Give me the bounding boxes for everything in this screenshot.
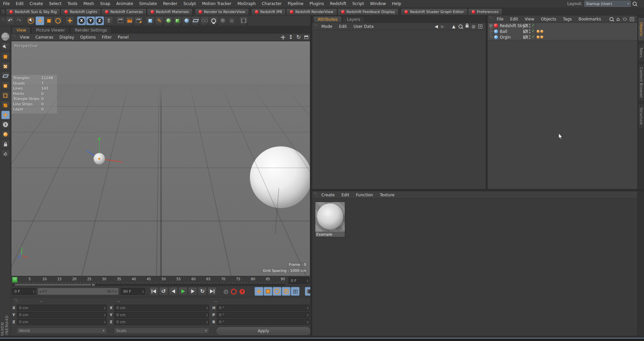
viewport-menu-panel[interactable]: Panel <box>115 35 131 40</box>
floor-object-button[interactable] <box>191 16 200 25</box>
edges-mode-button[interactable] <box>1 91 10 100</box>
drag-grip-icon[interactable] <box>1 18 5 22</box>
spinner-icon[interactable]: ▴▾ <box>33 290 34 293</box>
visibility-dots-icon[interactable] <box>529 35 530 37</box>
object-manager-menu-view[interactable]: View <box>521 17 537 21</box>
menu-redshift[interactable]: Redshift <box>327 1 350 6</box>
timeline-scroll-handle[interactable] <box>15 284 91 286</box>
spinner-icon[interactable]: ▴▾ <box>104 313 105 316</box>
viewport-menu-view[interactable]: View <box>17 35 32 40</box>
autokey-help-button[interactable]: ? <box>239 289 245 294</box>
menu-window[interactable]: Window <box>367 1 389 6</box>
search-icon[interactable] <box>609 17 613 21</box>
menu-pipeline[interactable]: Pipeline <box>285 1 307 6</box>
drag-grip-icon[interactable] <box>14 299 18 303</box>
object-manager-menu-tags[interactable]: Tags <box>559 17 575 21</box>
scale-tool-button[interactable] <box>45 16 53 25</box>
menu-simulate[interactable]: Simulate <box>136 1 160 6</box>
material-menu-texture[interactable]: Texture <box>376 193 398 197</box>
history-forward-icon[interactable]: ▶ <box>441 24 444 29</box>
spinner-icon[interactable]: ▴▾ <box>307 306 308 309</box>
menu-mograph[interactable]: MoGraph <box>234 1 259 6</box>
search-icon[interactable] <box>459 25 463 29</box>
visibility-override-icon[interactable] <box>523 35 528 39</box>
redo-button[interactable]: ↷ <box>15 16 23 25</box>
camera-object-button[interactable] <box>200 16 209 25</box>
texture-mode-button[interactable] <box>1 62 10 70</box>
tab-attributes[interactable]: Attributes <box>313 16 342 22</box>
spinner-icon[interactable]: ▴▾ <box>207 313 208 316</box>
current-frame-field[interactable]: 0 F ▴▾ <box>288 277 309 284</box>
previous-frame-button[interactable] <box>169 287 178 296</box>
spinner-icon[interactable]: ▴▾ <box>307 320 308 324</box>
tab-view[interactable]: View <box>12 27 31 33</box>
size-mode-dropdown[interactable]: Scale ▾ <box>114 328 209 334</box>
navigation-globe-button[interactable] <box>1 32 10 41</box>
deformer-button[interactable] <box>182 16 191 25</box>
attribute-menu-mode[interactable]: Mode <box>318 24 336 29</box>
redshift-tab-redshift-feedback-display[interactable]: Redshift Feedback Display <box>337 8 399 15</box>
primitive-cube-button[interactable] <box>146 16 155 25</box>
large-sphere-object[interactable] <box>250 146 310 208</box>
side-tab-structure[interactable]: Structure <box>638 103 644 129</box>
size-field-z[interactable]: 0 cm▴▾ <box>114 319 209 325</box>
move-tool-button[interactable] <box>36 16 44 25</box>
subdivision-surface-button[interactable] <box>164 16 173 25</box>
enable-snap-button[interactable]: S <box>1 120 10 129</box>
redshift-tab-redshift-materials[interactable]: Redshift Materials <box>147 8 193 15</box>
timeline-ruler[interactable]: 051015202530354045505560657075808590 0 F… <box>11 276 310 286</box>
material-tag-icon[interactable] <box>540 36 543 39</box>
timeline-scroll-grip[interactable] <box>92 284 95 286</box>
playback-end-field[interactable]: 90 F ▴▾ <box>121 288 145 295</box>
render-view-button[interactable] <box>116 16 125 25</box>
expand-icon[interactable]: + <box>489 24 492 27</box>
object-manager-empty[interactable] <box>488 40 637 189</box>
coordinate-system-button[interactable]: ⇧ <box>104 16 113 25</box>
menu-file[interactable]: File <box>0 1 13 6</box>
drag-grip-icon[interactable] <box>489 16 492 21</box>
redshift-tab-redshift-lights[interactable]: Redshift Lights <box>61 8 101 15</box>
material-menu-edit[interactable]: Edit <box>338 193 353 197</box>
polygons-mode-button[interactable] <box>1 101 10 109</box>
spline-pen-button[interactable]: ✎ <box>155 16 164 25</box>
visibility-dots-icon[interactable] <box>529 24 530 25</box>
tab-picture-viewer[interactable]: Picture Viewer <box>31 27 69 33</box>
apply-button[interactable]: Apply <box>217 327 310 335</box>
viewport-menu-cameras[interactable]: Cameras <box>32 35 56 40</box>
attribute-menu-edit[interactable]: Edit <box>336 24 350 29</box>
spinner-icon[interactable]: ▴▾ <box>104 306 105 309</box>
enable-axis-button[interactable] <box>1 111 10 119</box>
menu-snap[interactable]: Snap <box>97 1 113 6</box>
menu-script[interactable]: Script <box>349 1 367 6</box>
lock-workplane-button[interactable] <box>1 140 10 148</box>
lock-icon[interactable] <box>466 25 469 28</box>
key-pla-button[interactable] <box>291 287 300 296</box>
gizmo-center-icon[interactable] <box>98 158 100 160</box>
size-field-y[interactable]: 0 cm▴▾ <box>114 312 209 318</box>
menu-motion-tracker[interactable]: Motion Tracker <box>199 1 234 6</box>
keyframe-selection-button[interactable] <box>224 290 228 294</box>
next-key-button[interactable]: ↻ <box>198 287 207 296</box>
material-menu-create[interactable]: Create <box>318 193 338 197</box>
model-mode-button[interactable] <box>1 52 10 61</box>
layout-dropdown[interactable]: Startup (User) ▾ <box>584 1 631 7</box>
parent-up-icon[interactable]: ▲ <box>452 24 455 29</box>
object-row-redshift-sky[interactable]: +Redshift Sky✓ <box>488 23 637 29</box>
rotation-field-b[interactable]: 0 °▴▾ <box>217 319 310 325</box>
object-manager-menu-objects[interactable]: Objects <box>538 17 559 21</box>
go-to-end-button[interactable] <box>208 287 217 296</box>
redshift-tab-redshift-shader-graph-editor[interactable]: Redshift Shader Graph Editor <box>401 8 467 15</box>
key-position-button[interactable] <box>255 287 263 296</box>
material-tag-icon[interactable] <box>537 36 540 39</box>
menu-create[interactable]: Create <box>26 1 46 6</box>
side-tab-takes[interactable]: Takes <box>638 43 644 62</box>
playback-current-field[interactable]: 0 F ▴▾ <box>12 288 36 295</box>
redshift-tab-redshift-ipr[interactable]: Redshift IPR <box>251 8 286 15</box>
spinner-icon[interactable]: ▴▾ <box>104 320 105 324</box>
u​v-mode-button[interactable] <box>1 150 10 158</box>
key-parameter-button[interactable]: P <box>282 287 290 296</box>
viewport-camera-label[interactable]: Perspective <box>14 44 38 48</box>
stage-object-button[interactable] <box>227 16 236 25</box>
viewport-pan-view-button[interactable] <box>281 35 285 40</box>
light-object-button[interactable] <box>209 16 218 25</box>
